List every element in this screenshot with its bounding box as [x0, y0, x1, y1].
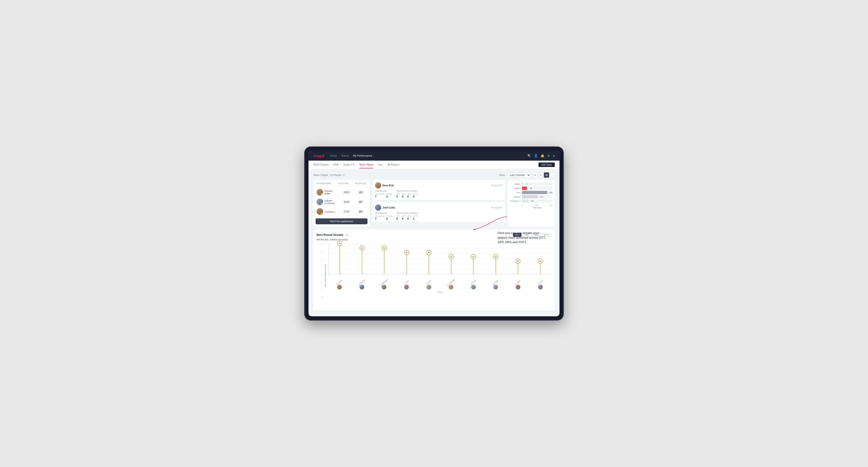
streaks-title-group: Best Round Streaks ← — [316, 233, 349, 237]
pb-avg-col: PB AVG SQ — [355, 182, 367, 184]
player-avatar-britt — [426, 284, 431, 290]
subtitle-bold: Off The Tee — [316, 239, 328, 241]
badge-bronze-3: 3 — [321, 213, 323, 215]
bar-label-dbogeys: D. Bogeys + — [510, 200, 521, 202]
streak-bar-coles — [406, 252, 407, 274]
user-icon[interactable]: 👤 — [534, 154, 538, 158]
badge-silver-2: 2 — [321, 203, 323, 205]
player-avatar-ewart — [337, 284, 342, 290]
player-item-ford: D. Ford — [462, 281, 485, 290]
leaderboard-card: PLAYER NAME PB SCORE PB AVG SQ 1 Richard… — [313, 180, 370, 227]
lb-header: PLAYER NAME PB SCORE PB AVG SQ — [316, 182, 368, 186]
bar-value-pars: 499 — [549, 191, 552, 194]
chart-x-label: Total Shots — [510, 207, 552, 209]
bar-value-eagles: 3 — [526, 183, 527, 185]
sub-nav-team[interactable]: Team Clippd — [360, 161, 373, 168]
streaks-title: Best Round Streaks — [316, 233, 343, 237]
rounds-section-rees: Total Rounds Tournament 7 Practice 4 — [375, 190, 502, 198]
streak-col-britt: 5x — [418, 244, 440, 274]
team-header: Team Clippd | 14 Players ✏ Show Last 3 m… — [313, 173, 555, 178]
nav-link-home[interactable]: Home — [330, 153, 337, 158]
player-avatar-quick — [538, 284, 543, 290]
player-name-1: Richard Butler — [324, 190, 338, 195]
streak-col-bill: 6x — [373, 244, 396, 274]
table-row: 2 Edward Crossman 18/20 107 — [316, 197, 368, 207]
streak-chart-area: 7x 6x 6x — [328, 244, 552, 274]
card-player-name-rees: Rees Britt — [382, 184, 394, 187]
player-name-quick: C. Quick — [537, 280, 543, 285]
avatar-icon[interactable]: ● — [553, 154, 555, 158]
bar-value-bogeys: 311 — [540, 196, 543, 198]
bar-eagles: Eagles 3 — [510, 182, 552, 186]
player-avatar-mcharg — [359, 284, 365, 290]
pb-score-col: PB SCORE — [338, 182, 355, 184]
streak-col-ford: 4x — [462, 244, 485, 274]
table-row: 1 Richard Butler 19/20 110 — [316, 187, 368, 197]
bar-chart: Eagles 3 Birdies 96 — [510, 182, 552, 203]
bar-label-eagles: Eagles — [510, 183, 521, 185]
streak-col-crossman: 4x — [440, 244, 463, 274]
detail-view-button[interactable]: ↕ — [550, 173, 555, 178]
player-name-butler: R. Butler — [515, 280, 521, 285]
player-name-coles: J. Coles — [404, 280, 409, 285]
streak-bar-ford — [473, 257, 474, 274]
streak-bubble-britt: 5x — [426, 250, 431, 255]
bar-track-dbogeys: 131 — [522, 199, 552, 203]
players-label: Players — [328, 291, 552, 293]
avatar-3: 3 — [316, 208, 323, 215]
nav-logo: clippd — [313, 154, 324, 158]
player-name-britt: R. Britt — [426, 280, 431, 284]
sub-nav-pga[interactable]: PGA — [334, 161, 339, 168]
streak-bubble-ford: 4x — [471, 254, 476, 259]
player-item-bill: D. Billingham — [373, 281, 395, 290]
bar-track-eagles: 3 — [522, 182, 552, 186]
bar-pars: Pars 499 — [510, 191, 552, 194]
team-name: Team Clippd — [313, 174, 328, 177]
player-count: | 14 Players — [329, 174, 342, 177]
card-date-josh: 26 Aug 2023 — [491, 206, 502, 209]
chart-view-button[interactable]: ▦ — [544, 173, 549, 178]
period-select[interactable]: Last 3 months — [507, 173, 531, 178]
card-header-josh: Josh Coles 26 Aug 2023 — [375, 205, 502, 211]
sub-nav-pgat[interactable]: PGAT Players — [313, 161, 329, 168]
bar-bogeys: Bogeys 311 — [510, 195, 552, 198]
streak-bubble-bill: 6x — [382, 245, 387, 250]
rounds-values-rees: Tournament 7 Practice 4 — [375, 193, 393, 198]
sub-nav-all[interactable]: All Players — [387, 161, 399, 168]
sub-nav-hcaps[interactable]: Hcaps 1-5 — [343, 161, 355, 168]
nav-link-teams[interactable]: Teams — [341, 153, 349, 158]
player-avatar-coles — [404, 284, 409, 290]
view-leaderboard-button[interactable]: View Full Leaderboard — [316, 218, 368, 224]
search-icon[interactable]: 🔍 — [527, 154, 531, 158]
player-avatar-ford — [471, 284, 476, 290]
badge-gold-1: 1 — [321, 193, 323, 195]
streak-bar-mcharg — [362, 248, 362, 274]
player-info-2: 2 Edward Crossman — [316, 198, 338, 205]
avatar-2: 2 — [316, 198, 323, 205]
bell-icon[interactable]: 🔔 — [540, 154, 545, 158]
player-name-ford: D. Ford — [471, 280, 476, 284]
player-name-2: Edward Crossman — [324, 199, 338, 205]
streak-bar-bill — [384, 248, 384, 274]
grid-view-button[interactable]: ⊞ — [533, 173, 538, 178]
score-1: 19/20 — [338, 191, 355, 194]
practice-activities-rees: Total Practice Activities OTT 0 APP 0 — [397, 190, 418, 198]
list-view-button[interactable]: ☰ — [538, 173, 544, 178]
card-name-rees: Rees Britt — [375, 182, 394, 188]
team-title-group: Team Clippd | 14 Players ✏ — [313, 174, 345, 177]
streak-bar-ewart — [339, 244, 340, 274]
sub-nav-tour[interactable]: Tour — [378, 161, 382, 168]
player-avatar-row: E. Ewart B. McHarg D. Billingham J. — [328, 281, 552, 290]
edit-icon[interactable]: ✏ — [343, 174, 345, 177]
add-team-button[interactable]: Add Team — [538, 162, 555, 167]
table-row: 3 Cameron... 17/20 103 — [316, 207, 368, 217]
settings-icon[interactable]: ⚙ — [547, 154, 550, 158]
player-info-3: 3 Cameron... — [316, 208, 338, 215]
bar-value-birdies: 96 — [530, 187, 532, 189]
player-item-mcharg: B. McHarg — [351, 281, 373, 290]
nav-link-performance[interactable]: My Performance — [353, 153, 372, 158]
streak-bar-britt — [429, 252, 429, 274]
activity-values-rees: OTT 0 APP 0 ARG 0 — [397, 193, 418, 198]
bar-fill-birdies: 96 — [522, 187, 527, 190]
arrow-indicator: ← — [345, 233, 349, 237]
